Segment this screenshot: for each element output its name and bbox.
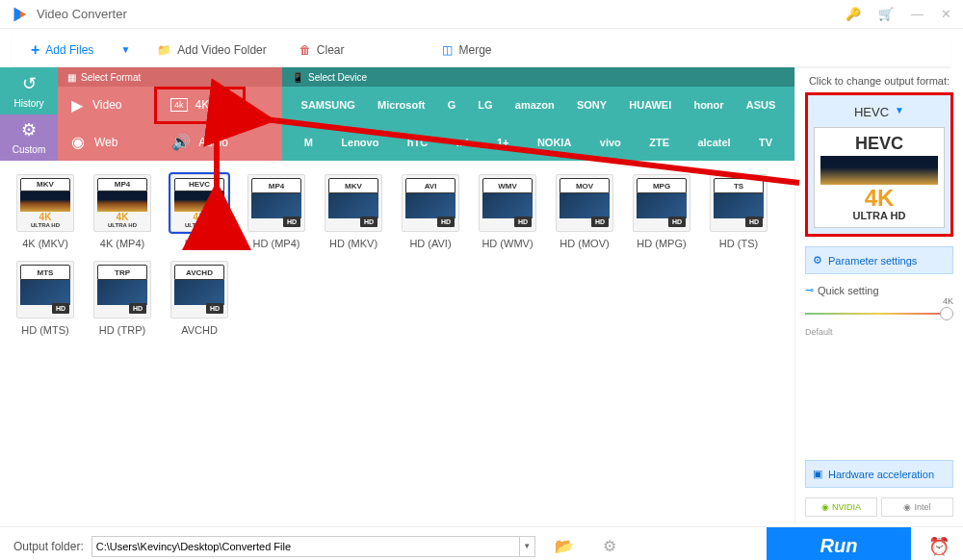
brand-vivo[interactable]: vivo: [600, 137, 621, 148]
brand-microsoft[interactable]: Microsoft: [377, 99, 426, 111]
intel-chip[interactable]: ◉ Intel: [881, 497, 953, 517]
brand-alcatel[interactable]: alcatel: [697, 137, 730, 148]
output-folder-label: Output folder:: [13, 540, 84, 553]
add-files-button[interactable]: +Add Files: [25, 38, 99, 63]
add-files-dropdown[interactable]: ▼: [120, 44, 130, 55]
4k-hd-category[interactable]: 4k4K/HD: [154, 87, 246, 124]
app-logo-icon: [12, 6, 29, 23]
history-tab[interactable]: ↺History: [0, 67, 58, 115]
format-tile-hdavi[interactable]: AVIHDHD (AVI): [397, 174, 464, 249]
output-folder-input[interactable]: [91, 536, 520, 557]
run-button[interactable]: Run: [767, 527, 911, 561]
brand-g[interactable]: G: [448, 99, 456, 111]
select-device-tab[interactable]: 📱Select Device: [282, 67, 794, 87]
format-tile-4kmp4[interactable]: MP44KULTRA HD4K (MP4): [89, 174, 156, 249]
merge-button[interactable]: ◫Merge: [436, 39, 497, 61]
web-category[interactable]: ◉Web: [58, 133, 154, 151]
format-tile-hdmpg[interactable]: MPGHDHD (MPG): [628, 174, 695, 249]
brand-amazon[interactable]: amazon: [515, 99, 555, 111]
format-tile-hdmkv[interactable]: MKVHDHD (MKV): [320, 174, 387, 249]
minimize-button[interactable]: —: [911, 7, 924, 21]
output-format-label: Click to change output format:: [805, 75, 953, 87]
quick-setting-label: ⊸Quick setting: [805, 284, 953, 296]
brand-nokia[interactable]: NOKIA: [537, 137, 571, 148]
format-tile-hdmp4[interactable]: MP4HDHD (MP4): [243, 174, 310, 249]
format-tile-hdmov[interactable]: MOVHDHD (MOV): [551, 174, 618, 249]
brand-zte[interactable]: ZTE: [649, 137, 669, 148]
hardware-acceleration-button[interactable]: ▣Hardware acceleration: [805, 460, 953, 488]
add-folder-button[interactable]: 📁Add Video Folder: [151, 39, 273, 61]
format-tile-avchd[interactable]: AVCHDHDAVCHD: [166, 261, 233, 336]
brand-huawei[interactable]: HUAWEI: [629, 99, 671, 111]
format-tile-hdmts[interactable]: MTSHDHD (MTS): [12, 261, 79, 336]
audio-category[interactable]: 🔊Audio: [154, 124, 246, 162]
brand-tv[interactable]: TV: [759, 137, 772, 148]
brand-m[interactable]: M: [304, 137, 313, 148]
brand-1+[interactable]: 1+: [497, 137, 509, 148]
brand-lenovo[interactable]: Lenovo: [341, 137, 378, 148]
sliders-icon: ⚙: [813, 254, 822, 267]
open-folder-icon[interactable]: 📂: [555, 537, 574, 555]
custom-tab[interactable]: ⚙Custom: [0, 115, 58, 162]
parameter-settings-button[interactable]: ⚙Parameter settings: [805, 246, 953, 274]
brand-htc[interactable]: hTC: [407, 137, 428, 148]
format-tile-hdts[interactable]: TSHDHD (TS): [705, 174, 772, 249]
nvidia-chip[interactable]: ◉ NVIDIA: [805, 497, 877, 517]
right-panel: Click to change output format: HEVC▼ HEV…: [794, 67, 963, 524]
brand-mi[interactable]: mi: [456, 137, 469, 148]
output-format-preview[interactable]: HEVC▼ HEVC 4K ULTRA HD: [805, 92, 953, 237]
toolbar: +Add Files ▼ 📁Add Video Folder 🗑Clear ◫M…: [12, 33, 951, 67]
cart-icon[interactable]: 🛒: [878, 7, 894, 21]
brand-asus[interactable]: ASUS: [746, 99, 776, 111]
brand-honor[interactable]: honor: [693, 99, 723, 111]
settings-icon[interactable]: ⚙: [603, 537, 616, 555]
video-category[interactable]: ▶Video: [58, 96, 154, 115]
brand-samsung[interactable]: SAMSUNG: [301, 99, 355, 111]
format-tile-hdwmv[interactable]: WMVHDHD (WMV): [474, 174, 541, 249]
format-tile-hevc[interactable]: HEVC4KULTRA HDHEVC: [166, 174, 233, 249]
format-tile-hdtrp[interactable]: TRPHDHD (TRP): [89, 261, 156, 336]
brand-sony[interactable]: SONY: [577, 99, 607, 111]
close-button[interactable]: ✕: [941, 7, 951, 21]
format-grid: MKV4KULTRA HD4K (MKV)MP44KULTRA HD4K (MP…: [0, 161, 794, 524]
clear-button[interactable]: 🗑Clear: [294, 39, 351, 61]
bottombar: Output folder: ▼ 📂 ⚙ Run ⏰: [0, 526, 963, 560]
brand-lg[interactable]: LG: [478, 99, 492, 111]
app-title: Video Converter: [37, 7, 127, 21]
chevron-down-icon: ▼: [895, 105, 904, 119]
schedule-icon[interactable]: ⏰: [928, 536, 950, 557]
device-brands: SAMSUNGMicrosoftGLGamazonSONYHUAWEIhonor…: [282, 87, 794, 161]
titlebar: Video Converter 🔑 🛒 — ✕: [0, 0, 963, 29]
select-format-tab[interactable]: ▦Select Format: [58, 67, 282, 87]
chip-icon: ▣: [813, 468, 822, 480]
quality-slider[interactable]: 4K: [805, 304, 953, 323]
key-icon[interactable]: 🔑: [846, 7, 861, 21]
output-folder-dropdown[interactable]: ▼: [520, 536, 535, 557]
format-tile-4kmkv[interactable]: MKV4KULTRA HD4K (MKV): [12, 174, 79, 249]
default-label: Default: [805, 327, 953, 337]
